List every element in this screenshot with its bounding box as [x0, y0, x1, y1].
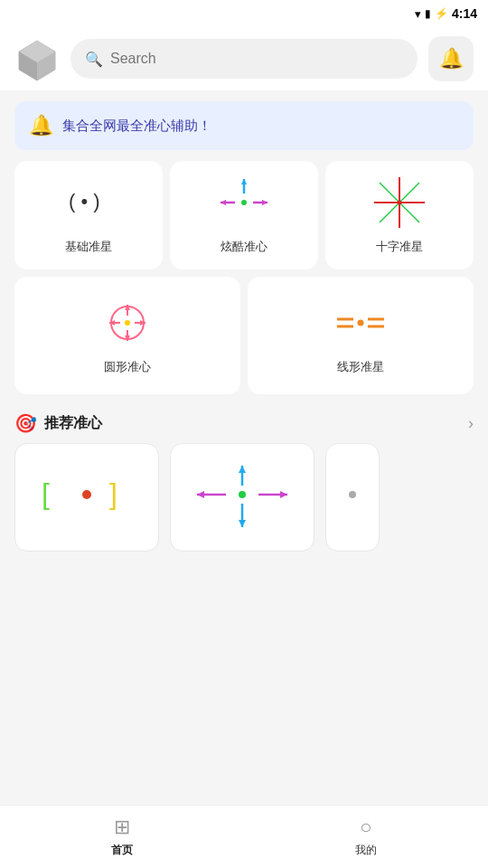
status-bar: ▾ ▮ ⚡ 4:14 [0, 0, 488, 27]
crosshair-circle-icon [100, 296, 155, 350]
svg-marker-38 [280, 491, 287, 498]
wifi-icon: ▾ [415, 7, 421, 21]
crosshair-basic-icon: ( • ) [61, 175, 116, 230]
svg-text:[: [ [42, 477, 50, 510]
svg-marker-6 [221, 200, 226, 205]
banner-text: 集合全网最全准心辅助！ [62, 118, 211, 135]
category-grid-row2: 圆形准心 线形准星 [14, 277, 474, 394]
recommended-section-header: 🎯 推荐准心 › [0, 405, 488, 443]
category-fancy-label: 炫酷准心 [221, 239, 267, 255]
svg-point-31 [358, 320, 364, 326]
nav-profile-label: 我的 [355, 843, 377, 858]
rec-card-3-partial[interactable] [325, 443, 380, 552]
svg-marker-8 [262, 200, 267, 205]
section-title-wrap: 🎯 推荐准心 [14, 412, 102, 434]
category-fancy[interactable]: 炫酷准心 [170, 161, 318, 269]
nav-profile[interactable]: ○ 我的 [244, 806, 488, 868]
bell-button[interactable]: 🔔 [428, 36, 474, 81]
category-cross-label: 十字准星 [376, 239, 423, 255]
rec-card-2[interactable] [170, 443, 314, 552]
rec-card-2-icon [188, 457, 296, 538]
category-basic-label: 基础准星 [65, 239, 112, 255]
search-input[interactable] [110, 51, 403, 67]
category-circle[interactable]: 圆形准心 [14, 277, 240, 394]
profile-icon: ○ [360, 816, 371, 839]
svg-point-11 [241, 200, 247, 205]
recommended-title: 推荐准心 [44, 414, 102, 433]
category-line[interactable]: 线形准星 [248, 277, 474, 394]
category-circle-label: 圆形准心 [104, 359, 151, 375]
category-basic[interactable]: ( • ) 基础准星 [14, 161, 163, 269]
battery-icon: ⚡ [435, 7, 448, 20]
nav-home-label: 首页 [111, 843, 133, 858]
nav-home[interactable]: ⊞ 首页 [0, 806, 244, 868]
bell-icon: 🔔 [439, 47, 464, 71]
recommended-arrow[interactable]: › [468, 414, 474, 433]
rec-card-1[interactable]: [ ] [14, 443, 159, 552]
rec-card-1-icon: [ ] [33, 457, 141, 538]
crosshair-fancy-icon [217, 175, 271, 230]
svg-marker-10 [241, 179, 247, 184]
svg-marker-42 [239, 520, 246, 527]
crosshair-cross-icon [372, 175, 427, 230]
banner-icon: 🔔 [29, 114, 53, 137]
search-bar[interactable]: 🔍 [70, 39, 418, 79]
status-time: 4:14 [452, 6, 477, 21]
banner: 🔔 集合全网最全准心辅助！ [14, 101, 474, 150]
svg-point-26 [125, 320, 130, 326]
svg-point-44 [349, 491, 356, 498]
category-grid-row1: ( • ) 基础准星 炫酷准心 [14, 161, 474, 269]
header: 🔍 🔔 [0, 27, 488, 90]
category-line-label: 线形准星 [337, 359, 384, 375]
search-icon: 🔍 [85, 51, 103, 68]
rec-card-3-icon [330, 457, 375, 538]
svg-text:]: ] [109, 477, 117, 510]
svg-point-43 [239, 491, 246, 498]
signal-icon: ▮ [425, 7, 431, 20]
svg-text:( • ): ( • ) [69, 190, 100, 212]
svg-point-16 [398, 201, 402, 205]
recommended-list: [ ] [0, 443, 488, 566]
status-icons: ▾ ▮ ⚡ 4:14 [415, 6, 477, 21]
app-logo [14, 36, 60, 81]
category-cross[interactable]: 十字准星 [325, 161, 474, 269]
recommended-icon: 🎯 [14, 412, 37, 434]
home-icon: ⊞ [114, 816, 130, 839]
crosshair-line-icon [333, 296, 388, 350]
svg-marker-36 [197, 491, 204, 498]
svg-point-34 [82, 490, 91, 499]
bottom-nav: ⊞ 首页 ○ 我的 [0, 805, 488, 868]
svg-marker-40 [239, 466, 246, 473]
